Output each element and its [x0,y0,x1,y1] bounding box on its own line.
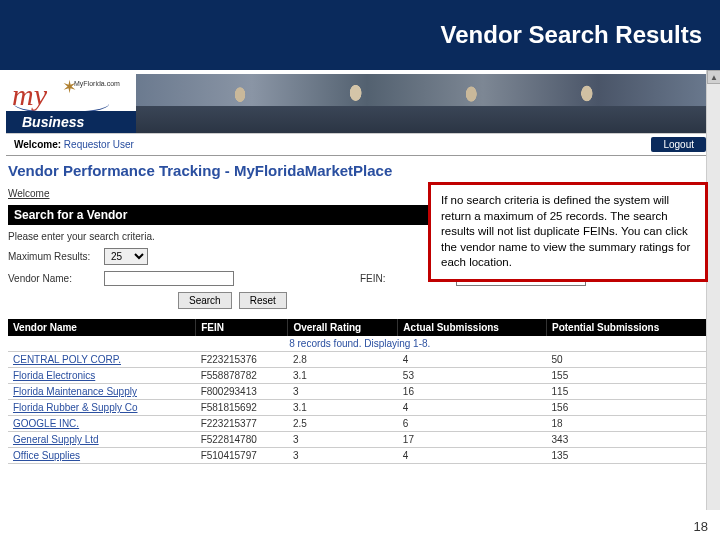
slide-title-bar: Vendor Search Results [0,0,720,70]
vendor-name-cell[interactable]: Florida Rubber & Supply Co [8,400,196,416]
table-cell: 115 [547,384,712,400]
welcome-label: Welcome: [14,139,61,150]
table-cell: 53 [398,368,547,384]
table-cell: 3 [288,432,398,448]
vendor-name-cell[interactable]: CENTRAL POLY CORP. [8,352,196,368]
col-vendor-name: Vendor Name [8,319,196,336]
scroll-up-icon[interactable]: ▲ [707,70,720,84]
page-title: Vendor Performance Tracking - MyFloridaM… [8,162,712,179]
welcome-bar: Welcome: Requestor User Logout [6,134,714,156]
table-cell: 2.5 [288,416,398,432]
table-cell: F581815692 [196,400,288,416]
table-cell: 3.1 [288,400,398,416]
info-callout: If no search criteria is defined the sys… [428,182,708,282]
table-row: CENTRAL POLY CORP.F2232153762.8450 [8,352,712,368]
table-cell: 17 [398,432,547,448]
table-cell: 135 [547,448,712,464]
table-row: Florida Rubber & Supply CoF5818156923.14… [8,400,712,416]
vendor-name-cell[interactable]: GOOGLE INC. [8,416,196,432]
reset-button[interactable]: Reset [239,292,287,309]
button-row: Search Reset [8,292,712,309]
welcome-link[interactable]: Welcome [8,188,50,199]
table-cell: F558878782 [196,368,288,384]
vendor-name-cell[interactable]: General Supply Ltd [8,432,196,448]
slide-title: Vendor Search Results [441,21,702,49]
header-banner-image [136,74,714,133]
table-cell: 50 [547,352,712,368]
col-potential: Potential Submissions [547,319,712,336]
col-fein: FEIN [196,319,288,336]
results-count-row: 8 records found. Displaying 1-8. [8,336,712,352]
callout-text: If no search criteria is defined the sys… [441,194,690,268]
table-cell: F223215377 [196,416,288,432]
table-cell: 4 [398,352,547,368]
max-results-select[interactable]: 25 [104,248,148,265]
welcome-text: Welcome: Requestor User [14,139,134,150]
table-cell: F800293413 [196,384,288,400]
table-cell: F522814780 [196,432,288,448]
app-header: ✶ my MyFlorida.com Business [6,74,714,134]
table-row: Florida ElectronicsF5588787823.153155 [8,368,712,384]
table-row: GOOGLE INC.F2232153772.5618 [8,416,712,432]
vendor-name-cell[interactable]: Florida Maintenance Supply [8,384,196,400]
table-cell: 6 [398,416,547,432]
table-cell: 2.8 [288,352,398,368]
table-cell: 4 [398,448,547,464]
table-cell: 156 [547,400,712,416]
col-rating: Overall Rating [288,319,398,336]
table-cell: 18 [547,416,712,432]
table-cell: F223215376 [196,352,288,368]
col-actual: Actual Submissions [398,319,547,336]
table-cell: 3.1 [288,368,398,384]
table-row: Office SuppliesF51041579734135 [8,448,712,464]
table-cell: 4 [398,400,547,416]
table-cell: 155 [547,368,712,384]
scrollbar[interactable]: ▲ [706,70,720,510]
page-number: 18 [694,519,708,534]
results-table: Vendor Name FEIN Overall Rating Actual S… [8,319,712,464]
table-cell: 3 [288,448,398,464]
vendor-name-cell[interactable]: Florida Electronics [8,368,196,384]
vendor-name-cell[interactable]: Office Supplies [8,448,196,464]
results-header-row: Vendor Name FEIN Overall Rating Actual S… [8,319,712,336]
max-results-label: Maximum Results: [8,251,98,262]
search-button[interactable]: Search [178,292,232,309]
logout-button[interactable]: Logout [651,137,706,152]
table-cell: F510415797 [196,448,288,464]
logo-subtext: MyFlorida.com [74,80,120,87]
vendor-name-input[interactable] [104,271,234,286]
results-count: 8 records found. Displaying 1-8. [8,336,712,352]
table-cell: 16 [398,384,547,400]
table-cell: 343 [547,432,712,448]
logo-area: ✶ my MyFlorida.com Business [6,74,136,133]
table-row: General Supply LtdF522814780317343 [8,432,712,448]
table-cell: 3 [288,384,398,400]
welcome-user: Requestor User [64,139,134,150]
vendor-name-label: Vendor Name: [8,273,98,284]
table-row: Florida Maintenance SupplyF8002934133161… [8,384,712,400]
